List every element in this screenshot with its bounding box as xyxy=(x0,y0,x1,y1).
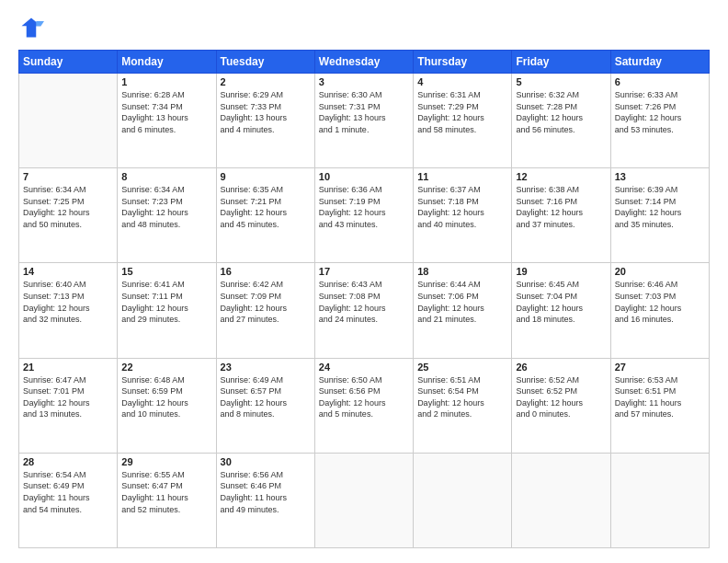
day-number: 27 xyxy=(615,362,705,373)
svg-marker-0 xyxy=(22,18,41,38)
day-number: 17 xyxy=(319,266,409,277)
calendar-cell: 10Sunrise: 6:36 AM Sunset: 7:19 PM Dayli… xyxy=(314,168,413,263)
day-info: Sunrise: 6:42 AM Sunset: 7:09 PM Dayligh… xyxy=(221,279,311,325)
weekday-header: Sunday xyxy=(19,51,118,74)
day-number: 29 xyxy=(121,456,211,467)
calendar-cell xyxy=(610,453,709,547)
day-info: Sunrise: 6:28 AM Sunset: 7:34 PM Dayligh… xyxy=(121,89,211,135)
calendar-week-row: 14Sunrise: 6:40 AM Sunset: 7:13 PM Dayli… xyxy=(19,263,710,358)
calendar-cell: 12Sunrise: 6:38 AM Sunset: 7:16 PM Dayli… xyxy=(512,168,610,263)
weekday-header: Wednesday xyxy=(314,51,413,74)
weekday-header-row: SundayMondayTuesdayWednesdayThursdayFrid… xyxy=(19,51,710,74)
day-number: 15 xyxy=(121,266,211,277)
calendar-cell: 22Sunrise: 6:48 AM Sunset: 6:59 PM Dayli… xyxy=(118,358,216,453)
weekday-header: Monday xyxy=(118,51,216,74)
day-info: Sunrise: 6:56 AM Sunset: 6:46 PM Dayligh… xyxy=(221,469,311,515)
calendar-cell: 13Sunrise: 6:39 AM Sunset: 7:14 PM Dayli… xyxy=(610,168,709,263)
day-info: Sunrise: 6:49 AM Sunset: 6:57 PM Dayligh… xyxy=(221,374,311,420)
calendar-week-row: 7Sunrise: 6:34 AM Sunset: 7:25 PM Daylig… xyxy=(19,168,710,263)
weekday-header: Saturday xyxy=(610,51,709,74)
day-info: Sunrise: 6:44 AM Sunset: 7:06 PM Dayligh… xyxy=(417,279,507,325)
calendar-cell: 4Sunrise: 6:31 AM Sunset: 7:29 PM Daylig… xyxy=(414,74,512,168)
day-number: 22 xyxy=(121,362,211,373)
calendar-cell: 27Sunrise: 6:53 AM Sunset: 6:51 PM Dayli… xyxy=(610,358,709,453)
page: SundayMondayTuesdayWednesdayThursdayFrid… xyxy=(0,0,728,563)
day-number: 30 xyxy=(221,456,311,467)
weekday-header: Friday xyxy=(512,51,610,74)
day-info: Sunrise: 6:31 AM Sunset: 7:29 PM Dayligh… xyxy=(417,89,507,135)
day-info: Sunrise: 6:33 AM Sunset: 7:26 PM Dayligh… xyxy=(615,89,705,135)
calendar-cell: 26Sunrise: 6:52 AM Sunset: 6:52 PM Dayli… xyxy=(512,358,610,453)
calendar-cell xyxy=(19,74,118,168)
day-info: Sunrise: 6:34 AM Sunset: 7:25 PM Dayligh… xyxy=(23,184,113,230)
day-number: 20 xyxy=(615,266,705,277)
calendar-cell: 24Sunrise: 6:50 AM Sunset: 6:56 PM Dayli… xyxy=(314,358,413,453)
day-number: 1 xyxy=(121,76,211,87)
day-info: Sunrise: 6:47 AM Sunset: 7:01 PM Dayligh… xyxy=(23,374,113,420)
day-number: 8 xyxy=(121,171,211,182)
day-info: Sunrise: 6:34 AM Sunset: 7:23 PM Dayligh… xyxy=(121,184,211,230)
day-info: Sunrise: 6:40 AM Sunset: 7:13 PM Dayligh… xyxy=(23,279,113,325)
day-number: 16 xyxy=(221,266,311,277)
day-info: Sunrise: 6:36 AM Sunset: 7:19 PM Dayligh… xyxy=(319,184,409,230)
calendar-cell: 14Sunrise: 6:40 AM Sunset: 7:13 PM Dayli… xyxy=(19,263,118,358)
day-number: 24 xyxy=(319,362,409,373)
day-number: 25 xyxy=(417,362,507,373)
calendar-cell: 8Sunrise: 6:34 AM Sunset: 7:23 PM Daylig… xyxy=(118,168,216,263)
day-number: 28 xyxy=(23,456,113,467)
calendar-cell: 15Sunrise: 6:41 AM Sunset: 7:11 PM Dayli… xyxy=(118,263,216,358)
logo-icon xyxy=(18,15,44,40)
day-number: 3 xyxy=(319,76,409,87)
calendar-cell: 28Sunrise: 6:54 AM Sunset: 6:49 PM Dayli… xyxy=(19,453,118,547)
day-info: Sunrise: 6:53 AM Sunset: 6:51 PM Dayligh… xyxy=(615,374,705,420)
calendar-cell: 25Sunrise: 6:51 AM Sunset: 6:54 PM Dayli… xyxy=(414,358,512,453)
calendar-cell xyxy=(512,453,610,547)
calendar-cell: 20Sunrise: 6:46 AM Sunset: 7:03 PM Dayli… xyxy=(610,263,709,358)
calendar-cell: 18Sunrise: 6:44 AM Sunset: 7:06 PM Dayli… xyxy=(414,263,512,358)
calendar-cell: 9Sunrise: 6:35 AM Sunset: 7:21 PM Daylig… xyxy=(216,168,314,263)
calendar-cell: 2Sunrise: 6:29 AM Sunset: 7:33 PM Daylig… xyxy=(216,74,314,168)
calendar-cell: 21Sunrise: 6:47 AM Sunset: 7:01 PM Dayli… xyxy=(19,358,118,453)
calendar-cell: 5Sunrise: 6:32 AM Sunset: 7:28 PM Daylig… xyxy=(512,74,610,168)
calendar-week-row: 21Sunrise: 6:47 AM Sunset: 7:01 PM Dayli… xyxy=(19,358,710,453)
day-number: 13 xyxy=(615,171,705,182)
day-info: Sunrise: 6:38 AM Sunset: 7:16 PM Dayligh… xyxy=(516,184,606,230)
day-number: 19 xyxy=(516,266,606,277)
calendar-cell: 3Sunrise: 6:30 AM Sunset: 7:31 PM Daylig… xyxy=(314,74,413,168)
day-info: Sunrise: 6:46 AM Sunset: 7:03 PM Dayligh… xyxy=(615,279,705,325)
calendar-cell: 30Sunrise: 6:56 AM Sunset: 6:46 PM Dayli… xyxy=(216,453,314,547)
day-number: 7 xyxy=(23,171,113,182)
day-info: Sunrise: 6:35 AM Sunset: 7:21 PM Dayligh… xyxy=(221,184,311,230)
logo xyxy=(18,15,48,40)
calendar-table: SundayMondayTuesdayWednesdayThursdayFrid… xyxy=(18,50,710,548)
day-number: 5 xyxy=(516,76,606,87)
calendar-cell: 6Sunrise: 6:33 AM Sunset: 7:26 PM Daylig… xyxy=(610,74,709,168)
day-number: 23 xyxy=(221,362,311,373)
day-number: 12 xyxy=(516,171,606,182)
calendar-cell: 7Sunrise: 6:34 AM Sunset: 7:25 PM Daylig… xyxy=(19,168,118,263)
calendar-cell: 19Sunrise: 6:45 AM Sunset: 7:04 PM Dayli… xyxy=(512,263,610,358)
calendar-week-row: 1Sunrise: 6:28 AM Sunset: 7:34 PM Daylig… xyxy=(19,74,710,168)
day-number: 18 xyxy=(417,266,507,277)
calendar-cell: 16Sunrise: 6:42 AM Sunset: 7:09 PM Dayli… xyxy=(216,263,314,358)
day-info: Sunrise: 6:43 AM Sunset: 7:08 PM Dayligh… xyxy=(319,279,409,325)
weekday-header: Tuesday xyxy=(216,51,314,74)
day-info: Sunrise: 6:41 AM Sunset: 7:11 PM Dayligh… xyxy=(121,279,211,325)
day-info: Sunrise: 6:39 AM Sunset: 7:14 PM Dayligh… xyxy=(615,184,705,230)
day-info: Sunrise: 6:48 AM Sunset: 6:59 PM Dayligh… xyxy=(121,374,211,420)
calendar-cell: 11Sunrise: 6:37 AM Sunset: 7:18 PM Dayli… xyxy=(414,168,512,263)
day-info: Sunrise: 6:51 AM Sunset: 6:54 PM Dayligh… xyxy=(417,374,507,420)
header xyxy=(18,15,710,40)
calendar-week-row: 28Sunrise: 6:54 AM Sunset: 6:49 PM Dayli… xyxy=(19,453,710,547)
day-number: 2 xyxy=(221,76,311,87)
day-info: Sunrise: 6:45 AM Sunset: 7:04 PM Dayligh… xyxy=(516,279,606,325)
day-number: 10 xyxy=(319,171,409,182)
day-info: Sunrise: 6:55 AM Sunset: 6:47 PM Dayligh… xyxy=(121,469,211,515)
weekday-header: Thursday xyxy=(414,51,512,74)
day-info: Sunrise: 6:54 AM Sunset: 6:49 PM Dayligh… xyxy=(23,469,113,515)
day-info: Sunrise: 6:30 AM Sunset: 7:31 PM Dayligh… xyxy=(319,89,409,135)
day-number: 21 xyxy=(23,362,113,373)
day-number: 11 xyxy=(417,171,507,182)
svg-marker-1 xyxy=(36,21,44,26)
calendar-cell: 1Sunrise: 6:28 AM Sunset: 7:34 PM Daylig… xyxy=(118,74,216,168)
